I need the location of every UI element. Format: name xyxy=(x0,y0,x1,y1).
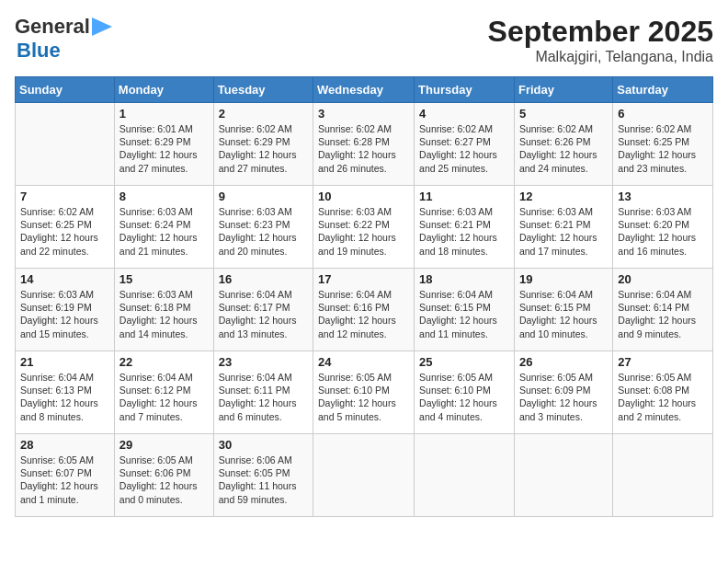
day-info: Sunrise: 6:03 AM Sunset: 6:18 PM Dayligh… xyxy=(119,288,209,340)
table-row: 12Sunrise: 6:03 AM Sunset: 6:21 PM Dayli… xyxy=(514,186,612,269)
day-number: 24 xyxy=(318,355,409,369)
calendar-week-row: 28Sunrise: 6:05 AM Sunset: 6:07 PM Dayli… xyxy=(16,434,713,517)
day-number: 26 xyxy=(519,355,608,369)
day-info: Sunrise: 6:03 AM Sunset: 6:19 PM Dayligh… xyxy=(20,288,109,340)
page-subtitle: Malkajgiri, Telangana, India xyxy=(488,49,713,65)
day-number: 18 xyxy=(419,272,509,286)
day-info: Sunrise: 6:06 AM Sunset: 6:05 PM Dayligh… xyxy=(219,454,308,506)
col-friday: Friday xyxy=(514,77,612,103)
table-row: 29Sunrise: 6:05 AM Sunset: 6:06 PM Dayli… xyxy=(114,434,213,517)
day-info: Sunrise: 6:03 AM Sunset: 6:21 PM Dayligh… xyxy=(419,205,509,258)
day-number: 6 xyxy=(618,107,708,121)
table-row: 21Sunrise: 6:04 AM Sunset: 6:13 PM Dayli… xyxy=(16,351,115,434)
day-number: 4 xyxy=(419,107,509,121)
calendar-table: Sunday Monday Tuesday Wednesday Thursday… xyxy=(15,76,713,517)
day-info: Sunrise: 6:02 AM Sunset: 6:25 PM Dayligh… xyxy=(20,205,109,258)
day-number: 16 xyxy=(219,272,308,286)
table-row: 1Sunrise: 6:01 AM Sunset: 6:29 PM Daylig… xyxy=(114,103,213,186)
day-number: 5 xyxy=(519,107,608,121)
day-number: 19 xyxy=(519,272,608,286)
day-number: 3 xyxy=(318,107,409,121)
day-info: Sunrise: 6:04 AM Sunset: 6:15 PM Dayligh… xyxy=(419,288,509,340)
table-row: 20Sunrise: 6:04 AM Sunset: 6:14 PM Dayli… xyxy=(613,269,713,351)
day-info: Sunrise: 6:04 AM Sunset: 6:12 PM Dayligh… xyxy=(119,371,209,423)
table-row: 19Sunrise: 6:04 AM Sunset: 6:15 PM Dayli… xyxy=(514,269,612,351)
page-header: General Blue September 2025 Malkajgiri, … xyxy=(15,15,713,65)
day-number: 29 xyxy=(119,438,209,452)
day-number: 21 xyxy=(20,355,109,369)
table-row xyxy=(16,103,115,186)
col-tuesday: Tuesday xyxy=(213,77,313,103)
day-number: 2 xyxy=(219,107,308,121)
day-info: Sunrise: 6:02 AM Sunset: 6:26 PM Dayligh… xyxy=(519,122,608,175)
day-number: 27 xyxy=(618,355,708,369)
logo-general: General xyxy=(15,15,90,39)
table-row: 10Sunrise: 6:03 AM Sunset: 6:22 PM Dayli… xyxy=(313,186,415,269)
table-row: 4Sunrise: 6:02 AM Sunset: 6:27 PM Daylig… xyxy=(415,103,515,186)
day-info: Sunrise: 6:03 AM Sunset: 6:23 PM Dayligh… xyxy=(219,205,308,258)
table-row: 26Sunrise: 6:05 AM Sunset: 6:09 PM Dayli… xyxy=(514,351,612,434)
logo-blue: Blue xyxy=(17,39,61,62)
day-info: Sunrise: 6:05 AM Sunset: 6:07 PM Dayligh… xyxy=(20,454,109,506)
col-sunday: Sunday xyxy=(16,77,115,103)
col-thursday: Thursday xyxy=(415,77,515,103)
day-info: Sunrise: 6:03 AM Sunset: 6:20 PM Dayligh… xyxy=(618,205,708,258)
table-row: 18Sunrise: 6:04 AM Sunset: 6:15 PM Dayli… xyxy=(415,269,515,351)
day-info: Sunrise: 6:02 AM Sunset: 6:28 PM Dayligh… xyxy=(318,122,409,175)
col-saturday: Saturday xyxy=(613,77,713,103)
table-row: 25Sunrise: 6:05 AM Sunset: 6:10 PM Dayli… xyxy=(415,351,515,434)
day-info: Sunrise: 6:02 AM Sunset: 6:25 PM Dayligh… xyxy=(618,122,708,175)
table-row: 14Sunrise: 6:03 AM Sunset: 6:19 PM Dayli… xyxy=(16,269,115,351)
page-title: September 2025 xyxy=(488,15,713,49)
day-number: 9 xyxy=(219,190,308,203)
day-info: Sunrise: 6:05 AM Sunset: 6:10 PM Dayligh… xyxy=(318,371,409,423)
table-row: 24Sunrise: 6:05 AM Sunset: 6:10 PM Dayli… xyxy=(313,351,415,434)
col-monday: Monday xyxy=(114,77,213,103)
day-number: 25 xyxy=(419,355,509,369)
day-info: Sunrise: 6:03 AM Sunset: 6:22 PM Dayligh… xyxy=(318,205,409,258)
day-info: Sunrise: 6:04 AM Sunset: 6:13 PM Dayligh… xyxy=(20,371,109,423)
day-info: Sunrise: 6:04 AM Sunset: 6:16 PM Dayligh… xyxy=(318,288,409,340)
col-wednesday: Wednesday xyxy=(313,77,415,103)
logo: General Blue xyxy=(15,15,112,63)
svg-marker-0 xyxy=(92,17,112,36)
day-info: Sunrise: 6:04 AM Sunset: 6:14 PM Dayligh… xyxy=(618,288,708,340)
day-info: Sunrise: 6:03 AM Sunset: 6:24 PM Dayligh… xyxy=(119,205,209,258)
day-number: 14 xyxy=(20,272,109,286)
day-number: 13 xyxy=(618,190,708,203)
day-info: Sunrise: 6:02 AM Sunset: 6:29 PM Dayligh… xyxy=(219,122,308,175)
calendar-week-row: 14Sunrise: 6:03 AM Sunset: 6:19 PM Dayli… xyxy=(16,269,713,351)
table-row: 23Sunrise: 6:04 AM Sunset: 6:11 PM Dayli… xyxy=(213,351,313,434)
table-row: 30Sunrise: 6:06 AM Sunset: 6:05 PM Dayli… xyxy=(213,434,313,517)
calendar-header-row: Sunday Monday Tuesday Wednesday Thursday… xyxy=(16,77,713,103)
day-info: Sunrise: 6:04 AM Sunset: 6:15 PM Dayligh… xyxy=(519,288,608,340)
day-number: 10 xyxy=(318,190,409,203)
table-row: 9Sunrise: 6:03 AM Sunset: 6:23 PM Daylig… xyxy=(213,186,313,269)
table-row: 3Sunrise: 6:02 AM Sunset: 6:28 PM Daylig… xyxy=(313,103,415,186)
table-row xyxy=(313,434,415,517)
day-info: Sunrise: 6:04 AM Sunset: 6:11 PM Dayligh… xyxy=(219,371,308,423)
table-row xyxy=(514,434,612,517)
day-info: Sunrise: 6:05 AM Sunset: 6:08 PM Dayligh… xyxy=(618,371,708,423)
table-row: 2Sunrise: 6:02 AM Sunset: 6:29 PM Daylig… xyxy=(213,103,313,186)
day-number: 1 xyxy=(119,107,209,121)
day-number: 30 xyxy=(219,438,308,452)
day-number: 28 xyxy=(20,438,109,452)
day-number: 11 xyxy=(419,190,509,203)
table-row: 28Sunrise: 6:05 AM Sunset: 6:07 PM Dayli… xyxy=(16,434,115,517)
table-row: 22Sunrise: 6:04 AM Sunset: 6:12 PM Dayli… xyxy=(114,351,213,434)
day-info: Sunrise: 6:03 AM Sunset: 6:21 PM Dayligh… xyxy=(519,205,608,258)
table-row: 8Sunrise: 6:03 AM Sunset: 6:24 PM Daylig… xyxy=(114,186,213,269)
day-number: 8 xyxy=(119,190,209,203)
table-row xyxy=(613,434,713,517)
day-info: Sunrise: 6:05 AM Sunset: 6:09 PM Dayligh… xyxy=(519,371,608,423)
day-info: Sunrise: 6:05 AM Sunset: 6:10 PM Dayligh… xyxy=(419,371,509,423)
title-block: September 2025 Malkajgiri, Telangana, In… xyxy=(488,15,713,65)
day-number: 15 xyxy=(119,272,209,286)
table-row: 16Sunrise: 6:04 AM Sunset: 6:17 PM Dayli… xyxy=(213,269,313,351)
table-row xyxy=(415,434,515,517)
day-info: Sunrise: 6:05 AM Sunset: 6:06 PM Dayligh… xyxy=(119,454,209,506)
day-number: 7 xyxy=(20,190,109,203)
table-row: 15Sunrise: 6:03 AM Sunset: 6:18 PM Dayli… xyxy=(114,269,213,351)
logo-arrow-icon xyxy=(92,17,112,36)
